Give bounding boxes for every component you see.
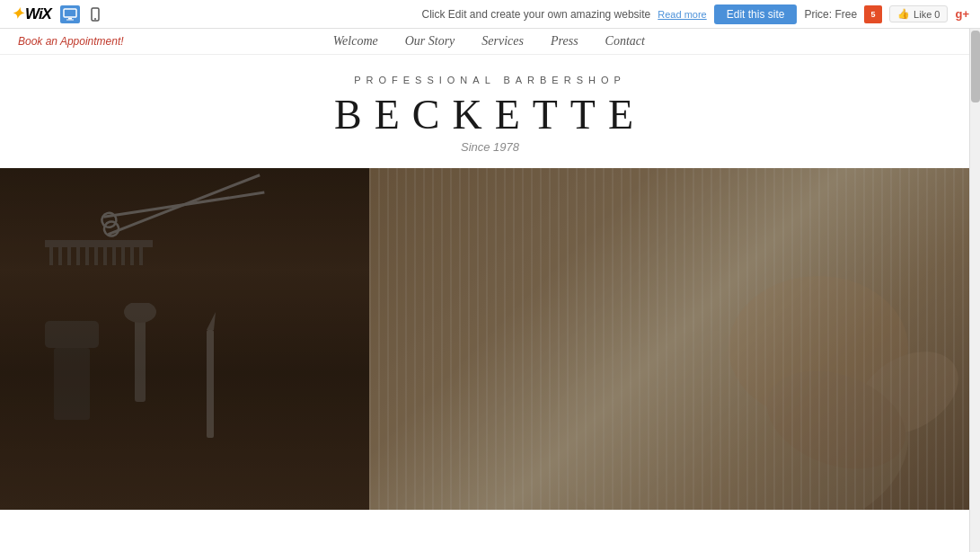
hero-since: Since 1978 (0, 140, 980, 154)
html5-badge: 5 (864, 5, 882, 23)
scrollbar[interactable] (969, 29, 980, 552)
svg-rect-1 (68, 18, 72, 20)
mobile-icon[interactable] (85, 5, 105, 23)
scrollbar-thumb[interactable] (971, 31, 980, 102)
hero-title: BECKETTE (0, 91, 980, 138)
nav-welcome[interactable]: Welcome (333, 34, 378, 49)
svg-rect-0 (64, 9, 76, 17)
price-text: Price: Free (804, 8, 857, 21)
center-text: Click Edit and create your own amazing w… (421, 8, 650, 21)
svg-point-4 (94, 18, 96, 20)
site-navigation: Welcome Our Story Services Press Contact (333, 34, 645, 49)
image-overlay (0, 168, 980, 510)
like-icon: 👍 (897, 8, 910, 20)
like-text: Like 0 (914, 9, 940, 20)
site-bar: Book an Appointment! Welcome Our Story S… (0, 29, 980, 55)
hero-header: PROFESSIONAL BARBERSHOP BECKETTE Since 1… (0, 55, 980, 168)
nav-our-story[interactable]: Our Story (405, 34, 455, 49)
nav-contact[interactable]: Contact (605, 34, 645, 49)
book-appointment-link[interactable]: Book an Appointment! (18, 35, 124, 48)
read-more-link[interactable]: Read more (658, 9, 706, 20)
hero-image (0, 168, 980, 510)
wix-bar-left: ✦ WiX (11, 4, 105, 23)
device-icons (60, 5, 105, 23)
below-hero-space (0, 510, 980, 552)
svg-rect-2 (66, 19, 74, 20)
wix-bar-center: Click Edit and create your own amazing w… (421, 4, 969, 24)
wix-logo: ✦ WiX (11, 4, 51, 23)
hero-subtitle: PROFESSIONAL BARBERSHOP (0, 75, 980, 85)
google-plus-button[interactable]: g+ (955, 7, 969, 21)
wix-top-bar: ✦ WiX Click Edit and create your own ama… (0, 0, 980, 29)
nav-press[interactable]: Press (551, 34, 578, 49)
like-button[interactable]: 👍 Like 0 (889, 5, 948, 22)
edit-site-button[interactable]: Edit this site (714, 4, 798, 24)
desktop-icon[interactable] (60, 5, 80, 23)
nav-services[interactable]: Services (481, 34, 524, 49)
hero-image-bg (0, 168, 980, 510)
